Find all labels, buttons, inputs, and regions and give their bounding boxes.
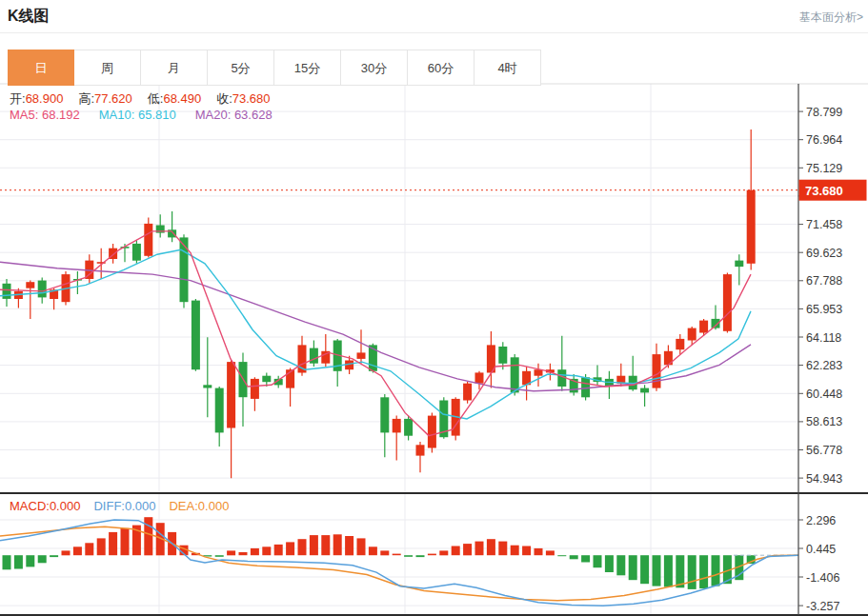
candles-layer [3, 129, 756, 478]
ohlc-legend: 开:68.900高:77.620低:68.490收:73.680 [10, 90, 271, 108]
tab-15分[interactable]: 15分 [274, 50, 341, 86]
axis-tick-label: 67.788 [806, 274, 842, 288]
price-tag-label: 73.680 [805, 184, 843, 198]
ma-legend: MA5: 68.192MA10: 65.810MA20: 63.628 [10, 108, 273, 122]
axis-tick-label: 58.613 [806, 415, 842, 428]
axis-tick-label: 62.283 [806, 359, 842, 372]
ma-item: MA5: 68.192 [10, 108, 80, 122]
tab-5分[interactable]: 5分 [208, 50, 274, 86]
page-title: K线图 [8, 7, 50, 27]
axis-tick-label: -3.257 [806, 600, 839, 613]
macd-item: DEA:0.000 [169, 499, 229, 513]
axis-tick-label: 64.118 [806, 331, 841, 345]
interval-tab-bar: 日周月5分15分30分60分4时 [8, 50, 541, 86]
kline-page: { "header": { "title": "K线图", "link": "基… [0, 0, 868, 616]
ohlc-item: 低:68.490 [148, 90, 201, 108]
axis-tick-label: 0.445 [806, 543, 836, 556]
title-divider [0, 32, 868, 33]
axis-tick-label: 60.448 [806, 387, 842, 401]
fundamental-analysis-link[interactable]: 基本面分析> [799, 10, 863, 26]
ma-item: MA20: 63.628 [195, 108, 273, 122]
tab-周[interactable]: 周 [74, 50, 141, 86]
axis-tick-label: 75.129 [806, 162, 842, 175]
axis-tick-label: 76.964 [806, 133, 842, 147]
axis-tick-label: -1.406 [806, 571, 839, 585]
tab-30分[interactable]: 30分 [341, 50, 408, 86]
macd-item: DIFF:0.000 [93, 499, 155, 513]
axis-tick-label: 2.296 [806, 514, 836, 527]
axes [0, 84, 868, 615]
tab-4时[interactable]: 4时 [474, 50, 541, 86]
ohlc-item: 高:77.620 [78, 90, 131, 108]
tab-月[interactable]: 月 [141, 50, 208, 86]
tab-60分[interactable]: 60分 [408, 50, 474, 86]
macd-legend: MACD:0.000DIFF:0.000DEA:0.000 [10, 499, 229, 513]
axis-tick-label: 65.953 [806, 303, 842, 316]
price-tag: 73.680 [799, 180, 867, 201]
axis-tick-label: 56.778 [806, 444, 842, 457]
axis-tick-label: 54.943 [806, 472, 842, 486]
ma-item: MA10: 65.810 [99, 108, 176, 122]
axis-tick-label: 78.799 [806, 106, 842, 119]
ohlc-item: 开:68.900 [10, 90, 63, 108]
axis-tick-label: 71.458 [806, 218, 842, 231]
macd-item: MACD:0.000 [10, 499, 80, 513]
axis-tick-label: 69.623 [806, 247, 842, 260]
ohlc-item: 收:73.680 [216, 90, 270, 108]
tab-日[interactable]: 日 [8, 50, 74, 86]
